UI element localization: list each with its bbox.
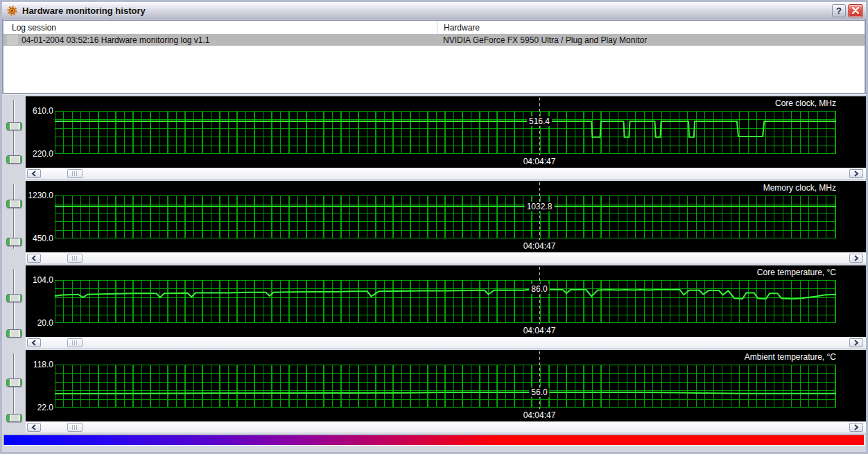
grip-lines-icon [72,256,78,261]
slider-upper-thumb[interactable] [6,200,22,208]
slider-upper-thumb[interactable] [6,294,22,302]
data-trace [55,111,836,154]
titlebar: Hardware monitoring history ? [2,2,866,19]
chart-panel-ambient-temperature: Ambient temperature, °C 118.0 22.0 56.0 … [2,350,866,433]
scrollbar-thumb[interactable] [67,169,83,178]
help-button[interactable]: ? [832,4,846,17]
hardware-cell: NVIDIA GeForce FX 5950 Ultra / Plug and … [437,35,865,45]
log-session-list: Log session Hardware 04-01-2004 03:52:16… [3,20,865,94]
y-min-label: 450.0 [27,234,53,243]
charts-region: Core clock, MHz 610.0 220.0 516.4 04:04:… [2,94,866,452]
chart-hscrollbar [26,252,866,263]
chevron-left-icon [31,340,37,346]
chart-area: Core temperature, °C 104.0 20.0 86.0 04:… [26,265,866,337]
scroll-left-button[interactable] [27,338,41,347]
y-max-label: 610.0 [27,106,53,116]
chevron-right-icon [853,424,859,430]
slider-lower-thumb[interactable] [6,155,22,164]
cursor-time-label: 04:04:47 [522,410,557,420]
chevron-right-icon [853,171,859,177]
chart-title: Core temperature, °C [757,268,836,277]
x-close-icon [852,7,859,14]
cursor-time-label: 04:04:47 [522,157,557,166]
app-window: Hardware monitoring history ? Log sessio… [0,0,868,454]
range-slider [2,350,26,421]
grip-lines-icon [72,425,78,430]
range-slider [2,96,26,168]
chevron-right-icon [853,340,859,346]
slider-lower-thumb[interactable] [6,238,22,246]
chart-panel-core-temperature: Core temperature, °C 104.0 20.0 86.0 04:… [2,265,866,348]
scrollbar-thumb[interactable] [67,423,83,432]
log-session-cell: 04-01-2004 03:52:16 Hardware monitoring … [3,35,437,45]
list-header: Log session Hardware [3,21,865,34]
window-title: Hardware monitoring history [22,6,832,16]
chart-hscrollbar [26,421,866,433]
grip-lines-icon [72,171,78,176]
chart-hscrollbar [26,337,866,348]
chart-panel-memory-clock: Memory clock, MHz 1230.0 450.0 1032.8 04… [2,181,866,263]
chevron-left-icon [31,424,37,430]
grip-lines-icon [72,340,78,345]
y-max-label: 104.0 [27,275,53,285]
y-min-label: 220.0 [27,149,53,159]
slider-upper-thumb[interactable] [6,378,22,387]
chevron-left-icon [31,171,37,177]
cursor-time-label: 04:04:47 [522,326,557,335]
chart-area: Memory clock, MHz 1230.0 450.0 1032.8 04… [26,181,866,252]
chevron-left-icon [31,255,37,261]
scrollbar-thumb[interactable] [67,254,83,263]
data-trace [55,365,836,408]
y-max-label: 118.0 [27,360,53,369]
chart-area: Ambient temperature, °C 118.0 22.0 56.0 … [26,350,866,421]
cursor-time-label: 04:04:47 [522,241,557,251]
range-slider [2,265,26,337]
column-header-hardware[interactable]: Hardware [437,21,865,34]
scroll-left-button[interactable] [27,423,41,432]
scroll-left-button[interactable] [27,254,41,263]
scroll-right-button[interactable] [849,254,863,263]
row-lead-cell [7,35,18,45]
scroll-right-button[interactable] [849,169,863,178]
scroll-right-button[interactable] [849,338,863,347]
data-trace [55,280,836,323]
cursor-value-label: 56.0 [529,387,549,397]
cursor-value-label: 516.4 [527,116,552,126]
chart-title: Memory clock, MHz [763,183,836,193]
chart-title: Core clock, MHz [775,98,836,108]
chart-title: Ambient temperature, °C [745,352,836,362]
y-max-label: 1230.0 [27,191,53,200]
slider-lower-thumb[interactable] [6,329,22,338]
chevron-right-icon [853,255,859,261]
log-session-row[interactable]: 04-01-2004 03:52:16 Hardware monitoring … [3,34,865,46]
scroll-right-button[interactable] [849,423,863,432]
temperature-gradient-bar [3,435,865,446]
chart-panel-core-clock: Core clock, MHz 610.0 220.0 516.4 04:04:… [2,96,866,179]
scrollbar-thumb[interactable] [67,338,83,347]
scroll-left-button[interactable] [27,169,41,178]
slider-upper-thumb[interactable] [6,122,22,130]
chart-hscrollbar [26,168,866,179]
range-slider [2,181,26,252]
chart-area: Core clock, MHz 610.0 220.0 516.4 04:04:… [26,96,866,168]
gear-icon [6,5,18,17]
y-min-label: 20.0 [27,318,53,328]
cursor-value-label: 1032.8 [525,202,555,211]
data-trace [55,195,836,238]
column-header-log-session[interactable]: Log session [3,21,437,34]
slider-lower-thumb[interactable] [6,414,22,422]
cursor-value-label: 86.0 [529,284,549,294]
close-button[interactable] [848,4,863,17]
y-min-label: 22.0 [27,403,53,412]
